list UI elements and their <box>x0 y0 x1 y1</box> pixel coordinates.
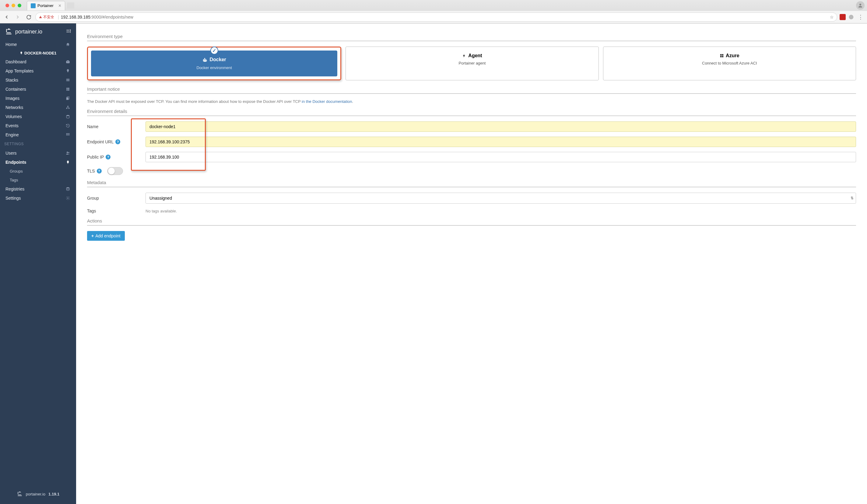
svg-rect-3 <box>66 80 70 81</box>
group-select[interactable]: Unassigned <box>146 193 856 204</box>
add-endpoint-button[interactable]: + Add endpoint <box>87 231 125 241</box>
endpoint-url-input[interactable] <box>146 137 856 147</box>
plug-icon <box>20 51 23 55</box>
bookmark-star-icon[interactable]: ☆ <box>830 14 834 20</box>
logo[interactable]: portainer.io <box>5 28 42 36</box>
docker-docs-link[interactable]: in the Docker documentation <box>302 99 352 104</box>
arrow-left-icon <box>4 14 9 20</box>
svg-rect-10 <box>66 97 68 100</box>
public-ip-input[interactable] <box>146 152 856 162</box>
tab-bar: Portainer × <box>0 0 867 11</box>
database-icon <box>65 187 71 191</box>
browser-chrome: Portainer × 不安全 | 192.168.39.185:9000/#/… <box>0 0 867 23</box>
svg-rect-18 <box>66 135 67 136</box>
sidebar-item-images[interactable]: Images <box>0 94 76 103</box>
form-row-endpoint-url: Endpoint URL ? <box>87 137 856 147</box>
environment-type-cards: ✓ Docker Docker environment Agent Portai… <box>87 46 856 81</box>
extension-icon-1[interactable] <box>839 14 846 20</box>
environment-details-heading: Environment details <box>87 109 856 116</box>
sidebar-item-dashboard[interactable]: Dashboard <box>0 57 76 66</box>
warning-icon <box>39 15 42 19</box>
help-icon[interactable]: ? <box>97 169 102 173</box>
sidebar-item-app-templates[interactable]: App Templates <box>0 66 76 75</box>
rocket-icon <box>65 69 71 73</box>
sidebar-toggle-icon[interactable] <box>66 28 71 35</box>
name-input[interactable] <box>146 121 856 132</box>
actions-heading: Actions <box>87 218 856 226</box>
help-icon[interactable]: ? <box>106 154 110 160</box>
sidebar-item-settings[interactable]: Settings <box>0 194 76 203</box>
bolt-icon <box>462 54 467 58</box>
sidebar-item-engine[interactable]: Engine <box>0 130 76 139</box>
svg-rect-25 <box>203 60 204 60</box>
name-label: Name <box>87 124 146 129</box>
svg-rect-30 <box>722 54 724 56</box>
environment-details-form: Name Endpoint URL ? Public IP ? <box>87 121 856 175</box>
window-minimize-button[interactable] <box>12 4 15 7</box>
metadata-heading: Metadata <box>87 180 856 187</box>
sidebar-item-home[interactable]: Home <box>0 40 76 49</box>
svg-rect-15 <box>66 133 67 134</box>
docker-icon <box>202 57 208 62</box>
list-icon <box>65 78 71 82</box>
env-type-agent[interactable]: Agent Portainer agent <box>345 46 599 81</box>
address-bar[interactable]: 不安全 | 192.168.39.185:9000/#/endpoints/ne… <box>35 12 837 22</box>
sidebar-item-volumes[interactable]: Volumes <box>0 112 76 121</box>
sidebar-item-events[interactable]: Events <box>0 121 76 130</box>
endpoint-url-label: Endpoint URL ? <box>87 139 146 144</box>
form-row-tags: Tags No tags available. <box>87 208 856 213</box>
check-badge-icon: ✓ <box>210 46 218 54</box>
svg-point-0 <box>859 4 861 6</box>
env-type-docker[interactable]: ✓ Docker Docker environment <box>91 51 337 76</box>
insecure-badge: 不安全 <box>39 14 54 20</box>
sidebar-item-groups[interactable]: Groups <box>0 167 76 175</box>
browser-menu-button[interactable]: ⋮ <box>857 14 865 20</box>
browser-tab[interactable]: Portainer × <box>27 1 65 10</box>
svg-rect-29 <box>720 54 722 56</box>
no-tags-text: No tags available. <box>146 209 177 213</box>
profile-avatar[interactable] <box>856 1 865 10</box>
svg-point-24 <box>67 197 68 199</box>
svg-rect-7 <box>66 89 67 91</box>
sidebar-item-networks[interactable]: Networks <box>0 103 76 112</box>
hdd-icon <box>65 115 71 119</box>
sidebar-item-registries[interactable]: Registries <box>0 184 76 194</box>
url-host: 192.168.39.185 <box>61 14 90 20</box>
plus-icon: + <box>91 234 94 238</box>
new-tab-button[interactable] <box>67 2 74 9</box>
sidebar-item-endpoints[interactable]: Endpoints <box>0 158 76 167</box>
sidebar-item-users[interactable]: Users <box>0 149 76 158</box>
svg-rect-26 <box>204 60 205 60</box>
svg-point-22 <box>68 152 69 153</box>
svg-rect-8 <box>68 89 69 91</box>
cogs-icon <box>65 196 71 200</box>
svg-rect-16 <box>67 133 68 134</box>
svg-rect-17 <box>69 133 69 134</box>
extension-icon-2[interactable] <box>848 14 854 20</box>
svg-rect-20 <box>69 135 69 136</box>
version-label: 1.19.1 <box>49 492 60 496</box>
tab-close-button[interactable]: × <box>58 3 61 9</box>
address-bar-actions: ☆ <box>830 14 834 20</box>
svg-rect-4 <box>66 81 70 81</box>
nav-reload-button[interactable] <box>24 13 33 21</box>
env-type-azure[interactable]: Azure Connect to Microsoft Azure ACI <box>603 46 856 81</box>
toggle-handle <box>108 168 115 174</box>
sidebar-docker-node[interactable]: DOCKER-NODE1 <box>0 49 76 57</box>
help-icon[interactable]: ? <box>115 139 120 144</box>
sidebar-item-stacks[interactable]: Stacks <box>0 75 76 85</box>
sidebar-item-tags[interactable]: Tags <box>0 175 76 184</box>
app: portainer.io Home DOCKER-NODE1 Dashboard… <box>0 23 867 504</box>
nav-forward-button[interactable] <box>13 13 22 21</box>
sidebar-item-containers[interactable]: Containers <box>0 85 76 94</box>
window-maximize-button[interactable] <box>18 4 21 7</box>
history-icon <box>65 124 71 128</box>
sidebar-header: portainer.io <box>0 23 76 40</box>
tachometer-icon <box>65 60 71 64</box>
svg-rect-6 <box>68 88 69 89</box>
url-path: :9000/#/endpoints/new <box>90 14 133 20</box>
svg-rect-19 <box>67 135 68 136</box>
tls-toggle[interactable] <box>107 167 123 175</box>
nav-back-button[interactable] <box>2 13 11 21</box>
window-close-button[interactable] <box>6 4 9 7</box>
